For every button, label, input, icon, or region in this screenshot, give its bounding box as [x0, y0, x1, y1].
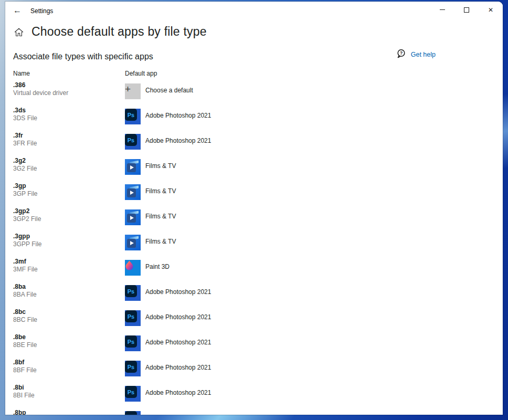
file-extension: .8bp	[13, 409, 125, 415]
file-type-row: .3gp2 3GP2 File Films & TV	[13, 207, 503, 233]
file-type-name: .8bf 8BF File	[13, 359, 125, 374]
films-tv-icon	[125, 159, 141, 175]
file-type-row: .8ba 8BA File Ps Adobe Photoshop 2021	[13, 283, 503, 308]
file-type-list: .386 Virtual device driver + Choose a de…	[13, 81, 503, 415]
file-extension: .3gp	[13, 182, 125, 190]
default-app-button[interactable]: + Choose a default	[125, 83, 193, 99]
file-type-row: .8bi 8BI File Ps Adobe Photoshop 2021	[13, 384, 503, 409]
back-button[interactable]: ←	[8, 3, 26, 18]
settings-window: ← Settings ✕ Choose default apps by file…	[5, 2, 503, 415]
file-type-description: 8BI File	[13, 392, 125, 400]
default-app-button[interactable]: Films & TV	[125, 235, 176, 250]
file-type-name: .8ba 8BA File	[13, 283, 125, 299]
minimize-button[interactable]	[430, 2, 454, 18]
file-extension: .3g2	[13, 157, 125, 165]
default-app-button[interactable]: Films & TV	[125, 159, 176, 175]
file-type-description: 8BF File	[13, 366, 125, 374]
file-type-name: .3g2 3G2 File	[13, 157, 125, 173]
back-arrow-icon: ←	[13, 6, 22, 15]
default-app-button[interactable]: Ps Adobe Photoshop 2021	[125, 361, 211, 376]
default-app-name: Films & TV	[145, 162, 176, 170]
get-help-label: Get help	[411, 51, 436, 58]
default-app-name: Adobe Photoshop 2021	[145, 339, 211, 346]
photoshop-icon: Ps	[125, 285, 141, 301]
file-type-description: 3GPP File	[13, 240, 125, 248]
default-app-button[interactable]: Ps Adobe Photoshop 2021	[125, 109, 211, 124]
file-type-description: 3GP File	[13, 190, 125, 198]
default-app-button[interactable]: Ps Adobe Photoshop 2021	[125, 285, 211, 301]
get-help-link[interactable]: ? Get help	[396, 49, 436, 60]
file-type-name: .3gpp 3GPP File	[13, 233, 125, 248]
close-icon: ✕	[488, 7, 493, 13]
home-icon	[14, 28, 24, 39]
file-type-description: Virtual device driver	[13, 89, 125, 97]
default-app-name: Adobe Photoshop 2021	[145, 112, 211, 119]
file-type-name: .8bi 8BI File	[13, 384, 125, 400]
default-app-button[interactable]: Films & TV	[125, 184, 176, 200]
file-type-description: 8BE File	[13, 341, 125, 349]
add-icon: +	[125, 83, 141, 99]
close-button[interactable]: ✕	[479, 2, 503, 18]
default-app-name: Films & TV	[145, 187, 176, 195]
file-extension: .8ba	[13, 283, 125, 291]
column-header-name: Name	[13, 70, 30, 77]
photoshop-icon: Ps	[125, 134, 141, 150]
films-tv-icon	[125, 209, 141, 225]
file-type-row: .3gpp 3GPP File Films & TV	[13, 233, 503, 258]
photoshop-icon: Ps	[125, 411, 141, 415]
file-type-row: .8bp Ps Adobe Photoshop 2021	[13, 409, 503, 415]
photoshop-icon: Ps	[125, 361, 141, 376]
default-app-name: Adobe Photoshop 2021	[145, 389, 211, 396]
svg-text:?: ?	[400, 50, 403, 56]
photoshop-icon: Ps	[125, 335, 141, 351]
titlebar: ← Settings ✕	[5, 2, 503, 22]
file-type-name: .3fr 3FR File	[13, 132, 125, 148]
file-extension: .8bc	[13, 308, 125, 316]
default-app-name: Choose a default	[145, 87, 193, 94]
file-extension: .3gp2	[13, 207, 125, 215]
file-type-name: .8bc 8BC File	[13, 308, 125, 324]
default-app-name: Adobe Photoshop 2021	[145, 288, 211, 296]
file-type-row: .3mf 3MF File Paint 3D	[13, 258, 503, 283]
maximize-icon	[464, 7, 469, 13]
minimize-icon	[440, 9, 445, 10]
file-type-row: .3fr 3FR File Ps Adobe Photoshop 2021	[13, 132, 503, 157]
desktop-wallpaper-streak	[503, 94, 508, 168]
default-app-name: Adobe Photoshop 2021	[145, 414, 211, 415]
default-app-name: Paint 3D	[145, 263, 170, 270]
file-type-row: .386 Virtual device driver + Choose a de…	[13, 81, 503, 107]
file-type-name: .8be 8BE File	[13, 333, 125, 349]
films-tv-icon	[125, 184, 141, 200]
file-type-description: 8BC File	[13, 316, 125, 324]
file-type-row: .3g2 3G2 File Films & TV	[13, 157, 503, 182]
desktop-wallpaper-streak	[155, 414, 296, 420]
photoshop-icon: Ps	[125, 109, 141, 124]
window-title: Settings	[30, 7, 53, 15]
default-app-button[interactable]: Ps Adobe Photoshop 2021	[125, 411, 211, 415]
default-app-button[interactable]: Ps Adobe Photoshop 2021	[125, 134, 211, 150]
file-type-description: 3GP2 File	[13, 215, 125, 223]
default-app-button[interactable]: Paint 3D	[125, 260, 170, 276]
file-type-name: .3mf 3MF File	[13, 258, 125, 274]
default-app-button[interactable]: Ps Adobe Photoshop 2021	[125, 335, 211, 351]
paint3d-icon	[125, 260, 141, 276]
photoshop-icon: Ps	[125, 386, 141, 402]
maximize-button[interactable]	[454, 2, 479, 18]
photoshop-icon: Ps	[125, 310, 141, 326]
file-type-name: .386 Virtual device driver	[13, 81, 125, 97]
file-type-name: .3ds 3DS File	[13, 107, 125, 122]
file-type-name: .3gp 3GP File	[13, 182, 125, 198]
default-app-button[interactable]: Ps Adobe Photoshop 2021	[125, 310, 211, 326]
file-type-row: .8bc 8BC File Ps Adobe Photoshop 2021	[13, 308, 503, 333]
file-type-description: 8BA File	[13, 291, 125, 299]
default-app-button[interactable]: Ps Adobe Photoshop 2021	[125, 386, 211, 402]
file-type-row: .8bf 8BF File Ps Adobe Photoshop 2021	[13, 359, 503, 384]
file-type-description: 3DS File	[13, 114, 125, 122]
default-app-name: Films & TV	[145, 238, 176, 245]
file-type-row: .3gp 3GP File Films & TV	[13, 182, 503, 207]
default-app-name: Adobe Photoshop 2021	[145, 137, 211, 144]
help-bubble-icon: ?	[396, 49, 406, 60]
default-app-button[interactable]: Films & TV	[125, 209, 176, 225]
file-extension: .8bf	[13, 359, 125, 366]
file-type-row: .3ds 3DS File Ps Adobe Photoshop 2021	[13, 107, 503, 132]
